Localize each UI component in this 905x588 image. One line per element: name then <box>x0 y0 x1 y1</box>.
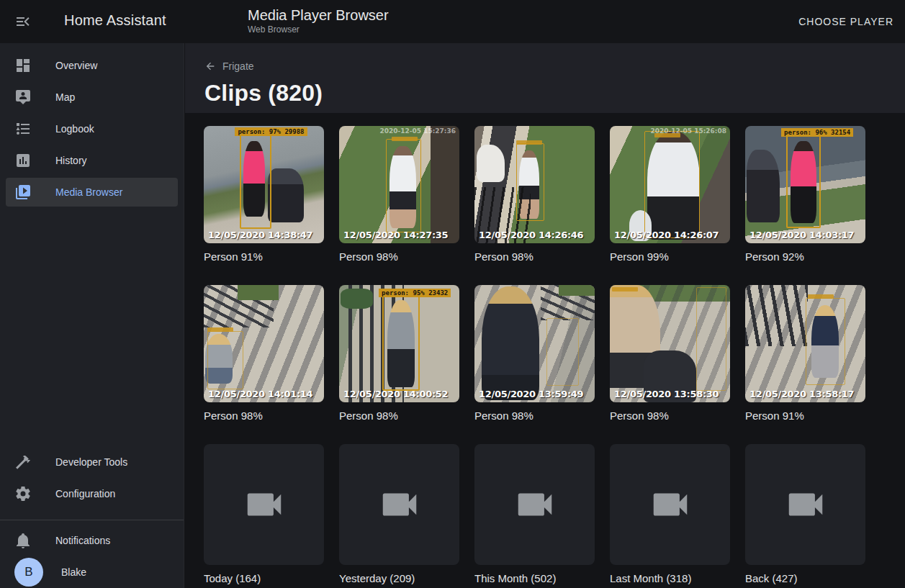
camera-timestamp: 2020-12-05 15:26:08 <box>651 127 726 135</box>
media-clip-card[interactable]: 12/05/2020 13:59:49 Person 98% <box>474 285 595 423</box>
detection-bbox <box>546 318 579 386</box>
media-folder-card[interactable]: Today (164) <box>204 444 324 586</box>
detection-tag-mini <box>392 137 418 141</box>
media-folder-card[interactable]: Back (427) <box>745 444 865 586</box>
scene-shape <box>238 285 279 300</box>
clip-thumbnail: 2020-12-05 15:26:08 12/05/2020 14:26:07 <box>610 126 730 243</box>
media-grid: person: 97% 29988 12/05/2020 14:38:47 Pe… <box>204 126 905 588</box>
clip-thumbnail: person: 97% 29988 12/05/2020 14:38:47 <box>204 126 324 243</box>
clip-timestamp-overlay: 12/05/2020 14:03:17 <box>749 230 854 240</box>
gear-icon <box>14 485 32 502</box>
clip-label: Person 91% <box>204 250 324 264</box>
chart-box-icon <box>14 152 32 169</box>
media-clip-card[interactable]: person: 95% 23432 12/05/2020 14:00:52 Pe… <box>339 285 459 423</box>
media-folder-card[interactable]: This Month (502) <box>474 444 595 586</box>
scene-shape <box>341 289 373 309</box>
clip-timestamp-overlay: 12/05/2020 14:00:52 <box>343 389 448 399</box>
sidebar-item-label: Map <box>55 91 75 103</box>
sidebar: Overview Map Logbook History Media Brows… <box>0 43 184 588</box>
clip-thumbnail: 12/05/2020 13:58:30 <box>610 285 730 402</box>
sidebar-item-map[interactable]: Map <box>6 83 178 112</box>
clip-timestamp-overlay: 12/05/2020 13:58:30 <box>614 389 719 399</box>
page-subtitle: Web Browser <box>248 24 389 36</box>
camera-timestamp: 2020-12-05 15:27:36 <box>380 127 456 135</box>
media-clip-card[interactable]: 2020-12-05 15:26:08 12/05/2020 14:26:07 … <box>610 126 730 264</box>
detection-bbox <box>786 134 821 227</box>
app-title: Home Assistant <box>64 12 166 29</box>
scene-shape <box>482 286 539 400</box>
sidebar-item-logbook[interactable]: Logbook <box>6 114 178 143</box>
folder-tile <box>204 444 324 565</box>
clip-timestamp-overlay: 12/05/2020 14:27:35 <box>343 230 448 240</box>
video-icon <box>783 482 828 527</box>
folder-tile <box>745 444 865 565</box>
video-icon <box>377 482 422 527</box>
video-icon <box>242 482 287 527</box>
clip-thumbnail: 12/05/2020 14:26:46 <box>474 126 595 243</box>
detection-bbox <box>207 331 243 390</box>
play-box-multiple-icon <box>14 184 32 201</box>
detection-tag-mini <box>516 140 542 145</box>
breadcrumb[interactable]: Frigate <box>204 60 254 72</box>
menu-open-icon[interactable] <box>14 13 32 30</box>
clip-label: Person 98% <box>339 250 459 264</box>
sidebar-item-developer-tools[interactable]: Developer Tools <box>6 448 178 476</box>
folder-tile <box>339 444 459 565</box>
detection-tag-mini <box>207 327 233 332</box>
clip-thumbnail: 12/05/2020 13:59:49 <box>474 285 595 402</box>
detection-bbox <box>806 298 845 385</box>
folder-tile <box>474 444 595 565</box>
detection-bbox <box>386 139 420 232</box>
clip-thumbnail: 12/05/2020 13:58:17 <box>745 285 865 402</box>
clip-timestamp-overlay: 12/05/2020 13:59:49 <box>479 389 583 399</box>
scene-shape <box>268 168 304 222</box>
arrow-left-icon <box>204 60 216 72</box>
sidebar-item-label: Logbook <box>55 123 94 135</box>
detection-bbox <box>382 294 420 391</box>
choose-player-button[interactable]: CHOOSE PLAYER <box>798 11 893 32</box>
clip-thumbnail: person: 95% 23432 12/05/2020 14:00:52 <box>339 285 459 402</box>
clip-label: Person 98% <box>339 409 459 423</box>
sidebar-item-notifications[interactable]: Notifications <box>6 526 178 555</box>
detection-bbox <box>516 143 544 221</box>
media-folder-card[interactable]: Last Month (318) <box>610 444 730 586</box>
detection-tag-mini <box>808 294 834 299</box>
scene-shape <box>559 285 595 296</box>
sidebar-item-history[interactable]: History <box>6 146 178 175</box>
media-clip-card[interactable]: person: 96% 32154 12/05/2020 14:03:17 Pe… <box>745 126 865 264</box>
clip-thumbnail: person: 96% 32154 12/05/2020 14:03:17 <box>745 126 865 243</box>
clip-thumbnail: 2020-12-05 15:27:36 12/05/2020 14:27:35 <box>339 126 459 243</box>
clip-label: Person 98% <box>474 250 595 264</box>
detection-bbox <box>240 133 271 230</box>
sidebar-item-user[interactable]: B Blake <box>6 558 178 587</box>
media-clip-card[interactable]: person: 97% 29988 12/05/2020 14:38:47 Pe… <box>204 126 324 264</box>
media-clip-card[interactable]: 12/05/2020 14:26:46 Person 98% <box>474 126 595 264</box>
detection-tag-mini <box>612 287 638 291</box>
sidebar-item-overview[interactable]: Overview <box>6 51 178 80</box>
sidebar-item-configuration[interactable]: Configuration <box>6 479 178 508</box>
top-app-bar: Home Assistant Media Player Browser Web … <box>0 0 905 43</box>
media-clip-card[interactable]: 12/05/2020 13:58:17 Person 91% <box>745 285 865 423</box>
page-heading: Clips (820) <box>204 80 905 107</box>
clip-timestamp-overlay: 12/05/2020 14:26:07 <box>614 230 719 240</box>
folder-label: Last Month (318) <box>610 571 730 586</box>
media-clip-card[interactable]: 2020-12-05 15:27:36 12/05/2020 14:27:35 … <box>339 126 459 264</box>
sidebar-item-label: History <box>55 155 87 166</box>
media-folder-card[interactable]: Yesterday (209) <box>339 444 459 586</box>
media-browser-header: Frigate Clips (820) <box>185 43 905 113</box>
clip-label: Person 99% <box>610 250 730 264</box>
media-clip-card[interactable]: 12/05/2020 13:58:30 Person 98% <box>610 285 730 423</box>
clip-timestamp-overlay: 12/05/2020 14:01:14 <box>208 389 312 399</box>
clip-label: Person 91% <box>745 409 865 423</box>
video-icon <box>513 482 557 527</box>
scene-shape <box>477 145 504 182</box>
breadcrumb-label: Frigate <box>222 60 254 72</box>
sidebar-item-media-browser[interactable]: Media Browser <box>6 178 178 207</box>
sidebar-item-label: Configuration <box>55 488 115 499</box>
clip-label: Person 98% <box>610 409 730 423</box>
media-clip-card[interactable]: 12/05/2020 14:01:14 Person 98% <box>204 285 324 423</box>
view-dashboard-icon <box>14 57 32 74</box>
folder-label: This Month (502) <box>474 571 595 586</box>
clip-timestamp-overlay: 12/05/2020 14:38:47 <box>208 230 312 240</box>
detection-tag: person: 97% 29988 <box>235 127 307 136</box>
